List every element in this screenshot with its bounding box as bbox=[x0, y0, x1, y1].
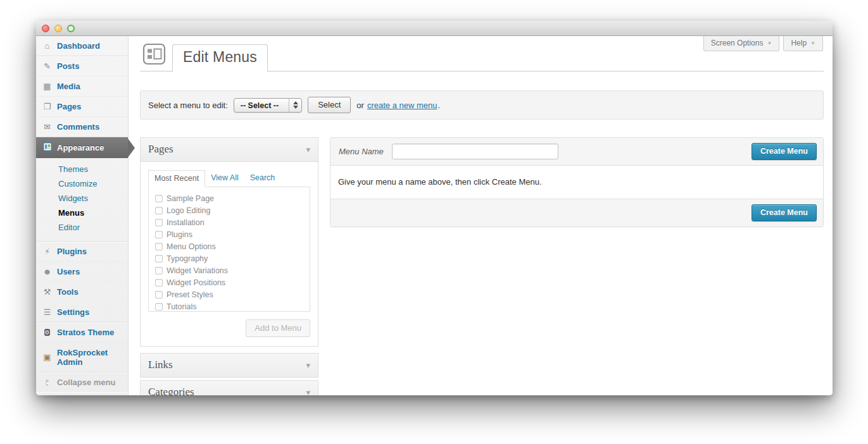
sentence-period: . bbox=[437, 101, 440, 110]
mac-titlebar bbox=[36, 21, 833, 36]
menu-panel-footer: Create Menu bbox=[330, 199, 823, 226]
chevron-down-icon: ▾ bbox=[306, 388, 310, 396]
page-label: Sample Page bbox=[167, 194, 214, 203]
links-accordion-header[interactable]: Links ▾ bbox=[140, 353, 318, 378]
menu-name-input[interactable] bbox=[392, 144, 558, 159]
main-content: Screen Options ▼ Help ▼ Edit bbox=[129, 36, 833, 395]
list-item: Logo Editing bbox=[155, 204, 310, 216]
help-label: Help bbox=[791, 39, 807, 47]
pages-accordion-title: Pages bbox=[148, 143, 173, 156]
sidebar-item-label: Dashboard bbox=[57, 41, 100, 51]
collapse-menu-button[interactable]: ◂ Collapse menu bbox=[36, 373, 128, 392]
menu-select-value: -- Select -- bbox=[234, 99, 289, 112]
stratos-gear-icon: ⚙ bbox=[42, 328, 53, 337]
create-new-menu-link[interactable]: create a new menu bbox=[367, 101, 437, 110]
help-button[interactable]: Help ▼ bbox=[783, 36, 823, 51]
comments-bubble-icon: ✉ bbox=[42, 123, 53, 132]
tab-most-recent[interactable]: Most Recent bbox=[148, 170, 205, 187]
posts-pin-icon: ✎ bbox=[42, 62, 53, 71]
sidebar-item-media[interactable]: ▦ Media bbox=[36, 76, 128, 96]
sidebar-item-label: Comments bbox=[57, 122, 99, 132]
pages-tabs: Most Recent View All Search bbox=[148, 170, 310, 187]
pages-accordion-body: Most Recent View All Search Sample Page bbox=[140, 162, 318, 347]
tab-search[interactable]: Search bbox=[244, 170, 281, 187]
page-checkbox[interactable] bbox=[155, 291, 163, 299]
sidebar-item-label: Tools bbox=[57, 287, 79, 297]
sidebar-item-tools[interactable]: ⚒ Tools bbox=[36, 281, 128, 302]
page-title: Edit Menus bbox=[172, 44, 268, 71]
browser-window: ⌂ Dashboard ✎ Posts ▦ Media ❐ Pages bbox=[36, 21, 833, 395]
sidebar-item-comments[interactable]: ✉ Comments bbox=[36, 116, 128, 137]
sidebar-item-posts[interactable]: ✎ Posts bbox=[36, 56, 128, 76]
page-checkbox[interactable] bbox=[155, 231, 163, 238]
page-label: Widget Variations bbox=[167, 266, 228, 275]
page-checkbox[interactable] bbox=[155, 243, 163, 250]
menu-name-label: Menu Name bbox=[337, 147, 384, 156]
list-item: Menu Options bbox=[155, 240, 310, 252]
page-label: Preset Styles bbox=[167, 290, 213, 299]
page-checkbox[interactable] bbox=[155, 279, 163, 287]
page-label: Logo Editing bbox=[167, 206, 211, 215]
sidebar-item-label: Posts bbox=[57, 61, 79, 71]
sidebar-item-label: Media bbox=[57, 82, 80, 91]
sidebar-item-label: Plugins bbox=[57, 247, 87, 256]
appearance-icon bbox=[42, 142, 53, 153]
submenu-item-widgets[interactable]: Widgets bbox=[36, 191, 128, 206]
sidebar-item-roksprocket-admin[interactable]: ▣ RokSprocket Admin bbox=[36, 342, 128, 372]
menu-name-bar: Menu Name Create Menu bbox=[330, 138, 823, 166]
page-checkbox[interactable] bbox=[155, 255, 163, 262]
pages-accordion-header[interactable]: Pages ▾ bbox=[140, 137, 318, 162]
menus-page-icon bbox=[142, 43, 166, 68]
chevron-down-icon: ▾ bbox=[306, 361, 310, 370]
minimize-window-button[interactable] bbox=[54, 25, 62, 32]
sidebar-item-label: RokSprocket Admin bbox=[57, 348, 125, 367]
page-checkbox[interactable] bbox=[155, 207, 163, 214]
zoom-window-button[interactable] bbox=[67, 25, 75, 32]
submenu-item-themes[interactable]: Themes bbox=[36, 162, 128, 176]
list-item: Typography bbox=[155, 252, 310, 264]
submenu-item-customize[interactable]: Customize bbox=[36, 176, 128, 191]
list-item: Preset Styles bbox=[155, 288, 310, 300]
sidebar-item-appearance[interactable]: Appearance bbox=[36, 137, 128, 158]
submenu-item-editor[interactable]: Editor bbox=[36, 220, 128, 235]
close-window-button[interactable] bbox=[42, 25, 49, 32]
list-item: Widget Positions bbox=[155, 276, 310, 288]
page-checkbox[interactable] bbox=[155, 303, 163, 311]
categories-accordion-header[interactable]: Categories ▾ bbox=[140, 380, 318, 395]
list-item: Plugins bbox=[155, 228, 310, 240]
chevron-down-icon: ▾ bbox=[306, 145, 310, 154]
page-checkbox[interactable] bbox=[155, 267, 163, 274]
categories-accordion-title: Categories bbox=[148, 386, 194, 395]
sidebar-item-plugins[interactable]: ⚡ Plugins bbox=[36, 242, 128, 261]
settings-icon: ☰ bbox=[42, 308, 53, 317]
tab-view-all[interactable]: View All bbox=[205, 170, 244, 187]
submenu-item-menus[interactable]: Menus bbox=[36, 206, 128, 220]
select-stepper-arrows-icon bbox=[289, 99, 301, 112]
collapse-arrow-icon: ◂ bbox=[42, 378, 53, 387]
page-label: Typography bbox=[167, 254, 208, 263]
links-accordion-title: Links bbox=[148, 359, 173, 371]
or-text: or bbox=[356, 101, 364, 110]
sidebar-item-stratos-theme[interactable]: ⚙ Stratos Theme bbox=[36, 323, 128, 342]
appearance-submenu: Themes Customize Widgets Menus Editor bbox=[36, 158, 128, 241]
sidebar-item-settings[interactable]: ☰ Settings bbox=[36, 302, 128, 322]
sidebar-item-label: Pages bbox=[57, 102, 81, 111]
page-label: Widget Positions bbox=[167, 278, 225, 287]
sidebar-item-users[interactable]: ☻ Users bbox=[36, 261, 128, 281]
menu-select-dropdown[interactable]: -- Select -- bbox=[234, 98, 302, 113]
chevron-down-icon: ▼ bbox=[767, 40, 772, 46]
page-checkbox[interactable] bbox=[155, 195, 163, 202]
add-to-menu-button[interactable]: Add to Menu bbox=[246, 319, 310, 337]
create-menu-button-footer[interactable]: Create Menu bbox=[752, 204, 817, 221]
create-menu-button[interactable]: Create Menu bbox=[752, 143, 817, 160]
screen-options-button[interactable]: Screen Options ▼ bbox=[703, 36, 780, 51]
menu-items-column: Pages ▾ Most Recent View All Search bbox=[140, 137, 318, 395]
sidebar-item-pages[interactable]: ❐ Pages bbox=[36, 96, 128, 116]
media-icon: ▦ bbox=[42, 82, 53, 91]
sidebar-item-dashboard[interactable]: ⌂ Dashboard bbox=[36, 36, 128, 56]
select-menu-button[interactable]: Select bbox=[308, 97, 351, 113]
pages-checklist: Sample Page Logo Editing Installation bbox=[148, 187, 310, 312]
collapse-menu-label: Collapse menu bbox=[57, 378, 115, 387]
menu-editor-column: Menu Name Create Menu Give your menu a n… bbox=[330, 137, 824, 227]
page-checkbox[interactable] bbox=[155, 219, 163, 226]
